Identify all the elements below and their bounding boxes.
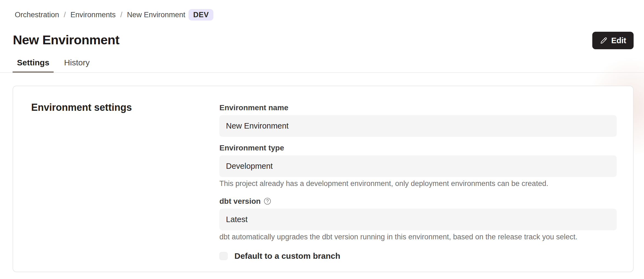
custom-branch-checkbox-label: Default to a custom branch [234, 251, 340, 261]
tab-settings[interactable]: Settings [13, 58, 54, 73]
dbt-version-label-row: dbt version [219, 197, 617, 206]
breadcrumb-separator: / [120, 11, 123, 19]
tab-bar-divider [0, 72, 644, 73]
breadcrumb-new-environment[interactable]: New Environment [127, 11, 185, 19]
environment-type-badge: DEV [188, 9, 213, 21]
tab-history[interactable]: History [60, 58, 94, 73]
edit-button-label: Edit [611, 36, 626, 45]
tab-bar: Settings History [0, 58, 644, 73]
breadcrumb-separator: / [64, 11, 66, 19]
environment-type-helper-text: This project already has a development e… [219, 179, 617, 188]
dbt-version-input[interactable]: Latest [219, 209, 617, 230]
environment-settings-card: Environment settings Environment name Ne… [13, 86, 634, 272]
pencil-icon [600, 37, 608, 45]
page-header: New Environment Edit [13, 31, 634, 49]
environment-name-label: Environment name [219, 103, 617, 112]
dbt-version-label: dbt version [219, 197, 261, 206]
custom-branch-checkbox[interactable] [219, 252, 228, 260]
dbt-version-helper-text: dbt automatically upgrades the dbt versi… [219, 233, 617, 242]
custom-branch-checkbox-row[interactable]: Default to a custom branch [219, 251, 617, 261]
breadcrumb-orchestration[interactable]: Orchestration [15, 11, 59, 19]
environment-name-input[interactable]: New Environment [219, 115, 617, 137]
breadcrumb: Orchestration / Environments / New Envir… [15, 9, 644, 21]
page-title: New Environment [13, 31, 634, 48]
question-mark-help-icon[interactable] [264, 197, 271, 205]
environment-type-label: Environment type [219, 143, 617, 152]
breadcrumb-environments[interactable]: Environments [71, 11, 116, 19]
card-heading: Environment settings [31, 102, 132, 113]
environment-settings-form: Environment name New Environment Environ… [219, 103, 617, 261]
edit-button[interactable]: Edit [592, 32, 634, 49]
environment-type-input[interactable]: Development [219, 155, 617, 177]
